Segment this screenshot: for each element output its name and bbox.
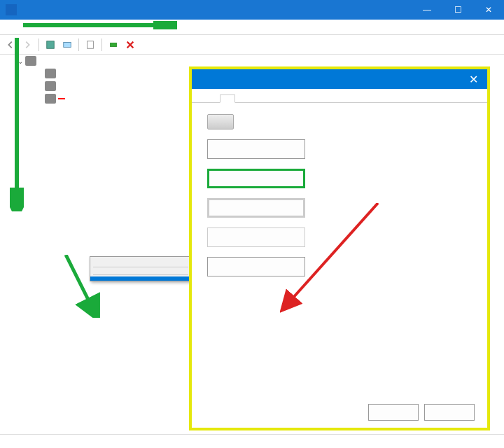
uninstall-device-button[interactable] <box>207 257 305 276</box>
tab-general[interactable] <box>203 94 217 102</box>
ctx-scan[interactable] <box>90 269 191 273</box>
dialog-close-button[interactable]: ✕ <box>459 69 487 89</box>
tree-node-keyboard[interactable]: ⌄ <box>15 55 504 67</box>
back-button[interactable] <box>3 37 18 52</box>
tab-resources[interactable] <box>272 94 286 102</box>
maximize-button[interactable]: ☐ <box>442 0 473 20</box>
keyboard-icon <box>207 114 234 130</box>
rollback-driver-button[interactable] <box>207 198 305 218</box>
svg-rect-1 <box>64 42 71 47</box>
context-menu <box>90 256 192 281</box>
disable-device-button[interactable] <box>207 227 305 247</box>
driver-details-button[interactable] <box>207 139 305 159</box>
ctx-props[interactable] <box>90 276 191 281</box>
toolbar-icon[interactable] <box>59 37 75 52</box>
menu-action[interactable] <box>14 26 25 29</box>
close-button[interactable]: ✕ <box>473 0 504 20</box>
properties-dialog: ✕ <box>189 66 490 430</box>
toolbar-icon[interactable] <box>43 37 58 52</box>
ctx-uninstall[interactable] <box>90 261 191 265</box>
menu-help[interactable] <box>36 26 48 29</box>
properties-button[interactable] <box>83 37 98 52</box>
menu-file[interactable] <box>3 26 14 29</box>
tab-driver[interactable] <box>220 94 235 103</box>
scan-button[interactable] <box>106 37 121 52</box>
svg-rect-0 <box>47 41 55 48</box>
update-driver-button[interactable] <box>207 169 305 188</box>
titlebar: — ☐ ✕ <box>0 0 504 20</box>
svg-rect-3 <box>111 43 117 46</box>
cancel-button[interactable] <box>424 404 475 421</box>
svg-rect-2 <box>88 41 94 48</box>
menu-view[interactable] <box>25 26 36 29</box>
tab-events[interactable] <box>255 94 269 102</box>
tab-details[interactable] <box>238 94 252 102</box>
minimize-button[interactable]: — <box>412 0 442 20</box>
dialog-tabs <box>192 89 487 103</box>
forward-button[interactable] <box>20 37 35 52</box>
menubar <box>0 20 504 35</box>
remove-button[interactable] <box>122 37 138 52</box>
app-icon <box>6 4 17 15</box>
toolbar <box>0 35 504 55</box>
ok-button[interactable] <box>368 404 419 421</box>
statusbar <box>0 434 504 448</box>
dialog-titlebar: ✕ <box>192 69 487 89</box>
